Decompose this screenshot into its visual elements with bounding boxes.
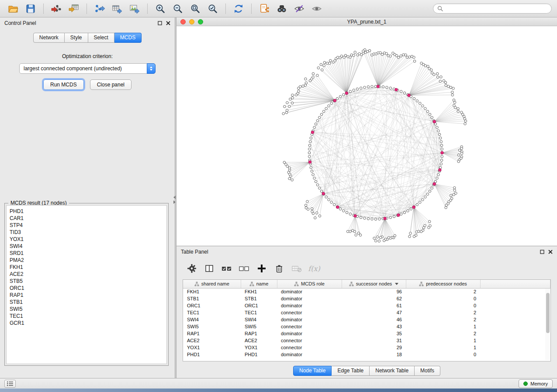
export-table-icon: [111, 3, 123, 14]
window-maximize-icon[interactable]: [198, 19, 203, 24]
toolbar-separator: [251, 3, 252, 14]
tab-network[interactable]: Network: [33, 33, 65, 43]
mcds-result-item[interactable]: YOX1: [10, 236, 166, 243]
table-row[interactable]: TEC1TEC1connector472: [183, 309, 550, 316]
close-panel-button[interactable]: Close panel: [90, 79, 131, 90]
column-header-name[interactable]: name: [241, 280, 277, 288]
mcds-result-item[interactable]: SWI5: [10, 306, 166, 313]
mcds-result-item[interactable]: FKH1: [10, 264, 166, 271]
table-tab-motifs[interactable]: Motifs: [415, 366, 440, 376]
float-panel-icon[interactable]: [540, 250, 544, 254]
delete-columns-button[interactable]: [273, 262, 286, 275]
window-minimize-icon[interactable]: [189, 19, 194, 24]
memory-button[interactable]: Memory: [519, 379, 553, 388]
column-header-empty: [480, 280, 550, 288]
select-all-columns-button[interactable]: [220, 262, 233, 275]
network-title: YPA_prune.txt_1: [176, 19, 557, 25]
mcds-result-item[interactable]: STB5: [10, 278, 166, 285]
chevron-down-icon: [395, 283, 398, 285]
window-close-icon[interactable]: [180, 19, 186, 24]
mcds-result-item[interactable]: PHD1: [10, 208, 166, 215]
mcds-result-item[interactable]: PMA2: [10, 257, 166, 264]
mcds-result-item[interactable]: TID3: [10, 229, 166, 236]
delete-table-button[interactable]: [290, 262, 303, 275]
mcds-result-item[interactable]: CAR1: [10, 215, 166, 222]
show-console-button[interactable]: [4, 380, 16, 388]
export-image-button[interactable]: [127, 2, 142, 15]
first-neighbors-button[interactable]: [274, 2, 290, 15]
mcds-result-item[interactable]: GCR1: [10, 320, 166, 327]
mcds-result-item[interactable]: SRD1: [10, 250, 166, 257]
search-box[interactable]: [433, 3, 552, 14]
table-tab-edge-table[interactable]: Edge Table: [332, 366, 370, 376]
mcds-result-item[interactable]: TEC1: [10, 313, 166, 320]
mcds-result-item[interactable]: ACE2: [10, 271, 166, 278]
run-mcds-button[interactable]: Run MCDS: [43, 79, 84, 90]
close-panel-icon[interactable]: [166, 21, 170, 26]
tab-style[interactable]: Style: [65, 33, 88, 43]
mcds-result-item[interactable]: SWI4: [10, 243, 166, 250]
export-network-button[interactable]: [92, 2, 107, 15]
column-header-succ[interactable]: successor nodes: [342, 280, 406, 288]
save-session-button[interactable]: [23, 2, 38, 15]
column-header-shared[interactable]: shared name: [183, 280, 241, 288]
zoom-out-button[interactable]: [170, 2, 186, 15]
search-input[interactable]: [446, 5, 547, 12]
column-header-pred[interactable]: predecessor nodes: [406, 280, 480, 288]
table-row[interactable]: PHD1PHD1dominator180: [183, 351, 550, 358]
unselect-all-columns-button[interactable]: [238, 262, 251, 275]
scrollbar-thumb[interactable]: [546, 293, 550, 333]
toolbar-separator: [225, 3, 226, 14]
mcds-result-item[interactable]: STP4: [10, 222, 166, 229]
table-tab-network-table[interactable]: Network Table: [370, 366, 415, 376]
import-table-from-file-button[interactable]: [66, 2, 82, 15]
table-row[interactable]: YOX1YOX1connector291: [183, 344, 550, 351]
mcds-result-list[interactable]: PHD1CAR1STP4TID3YOX1SWI4SRD1PMA2FKH1ACE2…: [6, 205, 167, 364]
column-header-role[interactable]: MCDS role: [277, 280, 342, 288]
table-scrollbar[interactable]: [545, 289, 550, 360]
function-builder-button[interactable]: f(x): [308, 262, 321, 275]
export-network-icon: [94, 3, 105, 14]
gear-icon: [187, 264, 197, 273]
export-image-icon: [129, 3, 140, 14]
table-settings-button[interactable]: [185, 262, 198, 275]
show-columns-button[interactable]: [203, 262, 216, 275]
network-canvas[interactable]: [176, 26, 557, 246]
mcds-result-item[interactable]: STB1: [10, 299, 166, 306]
zoom-in-button[interactable]: [152, 2, 168, 15]
table-toolbar: f(x): [183, 260, 551, 277]
refresh-icon: [233, 3, 244, 14]
toolbar-separator: [43, 3, 44, 14]
hide-selected-button[interactable]: [291, 2, 307, 15]
import-network-from-file-button[interactable]: [48, 2, 64, 15]
float-panel-icon[interactable]: [157, 21, 162, 26]
table-row[interactable]: RAP1RAP1dominator352: [183, 330, 550, 337]
export-to-web-button[interactable]: [256, 2, 272, 15]
close-panel-icon[interactable]: [548, 250, 553, 254]
dropdown-stepper-icon: [147, 63, 156, 74]
tab-select[interactable]: Select: [88, 33, 114, 43]
table-row[interactable]: SWI4SWI4dominator462: [183, 316, 550, 323]
table-row[interactable]: ORC1ORC1dominator610: [183, 302, 550, 309]
zoom-selected-button[interactable]: [205, 2, 221, 15]
export-table-button[interactable]: [109, 2, 125, 15]
apply-preferred-layout-button[interactable]: [231, 2, 246, 15]
mcds-result-item[interactable]: ORC1: [10, 285, 166, 292]
optimization-criterion-dropdown[interactable]: largest connected component (undirected): [19, 63, 156, 74]
table-row[interactable]: STB1STB1dominator620: [183, 295, 550, 302]
open-session-button[interactable]: [5, 2, 21, 15]
create-column-button[interactable]: [255, 262, 268, 275]
zoom-fit-button[interactable]: [187, 2, 203, 15]
mcds-result-groupbox: MCDS result (17 nodes) PHD1CAR1STP4TID3Y…: [4, 203, 169, 366]
tab-mcds[interactable]: MCDS: [114, 33, 142, 43]
mcds-result-item[interactable]: RAP1: [10, 292, 166, 299]
columns-icon: [204, 264, 214, 273]
list-icon: [7, 381, 14, 386]
eye-slash-icon: [294, 3, 305, 14]
table-row[interactable]: ACE2ACE2connector311: [183, 337, 550, 344]
table-row[interactable]: FKH1FKH1dominator962: [183, 288, 550, 295]
splitter-handle-icon[interactable]: [173, 196, 176, 204]
table-tab-node-table[interactable]: Node Table: [293, 366, 332, 376]
show-graphics-details-button[interactable]: [309, 2, 325, 15]
table-row[interactable]: SWI5SWI5connector431: [183, 323, 550, 330]
